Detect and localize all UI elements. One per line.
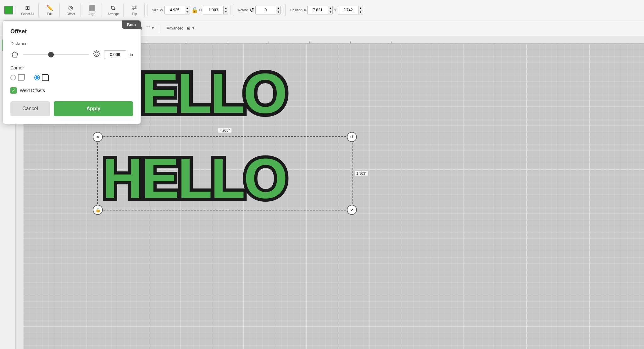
- position-y-up[interactable]: ▲: [358, 6, 363, 10]
- apply-button[interactable]: Apply: [54, 101, 133, 116]
- arrange-icon: ⧉: [111, 5, 115, 11]
- corner-label: Corner: [10, 65, 133, 70]
- height-dimension-label: 1.303": [355, 171, 368, 176]
- size-h-spinners: ▲ ▼: [223, 6, 228, 14]
- position-x-input-group: ▲ ▼: [307, 6, 333, 14]
- main-toolbar: ⊞ Select All ✏️ Edit ◎ Offset ⬛ Align ⧉ …: [0, 0, 644, 20]
- corner-round-radio[interactable]: [10, 75, 16, 80]
- width-dimension-label: 4.935": [218, 128, 231, 133]
- size-h-input[interactable]: [203, 6, 223, 14]
- align-label: Align: [88, 12, 95, 16]
- select-all-label: Select All: [21, 12, 34, 16]
- advanced-chevron: ▼: [192, 26, 195, 30]
- svg-line-9: [94, 51, 95, 52]
- arrange-button[interactable]: ⧉ Arrange: [105, 3, 121, 17]
- position-x-up[interactable]: ▲: [328, 6, 333, 10]
- size-group: Size W ▲ ▼ 🔒 H ▲ ▼: [150, 6, 231, 14]
- arrange-group: ⧉ Arrange: [103, 3, 124, 17]
- size-w-spinners: ▲ ▼: [185, 6, 190, 14]
- color-group: [3, 6, 15, 14]
- offset-panel: Beta Offset Distance: [3, 20, 141, 124]
- corner-square-radio[interactable]: [34, 75, 40, 80]
- distance-slider-thumb[interactable]: [48, 52, 54, 57]
- distance-value-input[interactable]: [104, 50, 126, 59]
- distance-max-icon: [93, 50, 100, 59]
- corner-round-option[interactable]: [10, 74, 25, 81]
- divider-1: [147, 4, 147, 16]
- flip-icon: ⇄: [132, 4, 137, 11]
- align-group: ⬛ Align: [82, 3, 102, 17]
- curve-button[interactable]: ⌒ ▼: [144, 24, 156, 32]
- distance-slider-track[interactable]: [23, 54, 89, 55]
- select-all-button[interactable]: ⊞ Select All: [19, 3, 36, 17]
- position-y-input[interactable]: [338, 6, 358, 14]
- rotate-input-group: ▲ ▼: [255, 6, 281, 14]
- size-w-input-group: ▲ ▼: [164, 6, 190, 14]
- rotate-up[interactable]: ▲: [276, 6, 281, 10]
- advanced-icon: ⊞: [187, 26, 190, 30]
- edit-button[interactable]: ✏️ Edit: [42, 3, 58, 17]
- divider-2: [233, 4, 233, 16]
- rotate-icon: ↺: [249, 7, 254, 14]
- distance-min-icon: [10, 50, 19, 59]
- position-x-label: X: [304, 8, 306, 12]
- size-w-input[interactable]: [164, 6, 185, 14]
- rotate-handle[interactable]: ↺: [347, 132, 357, 142]
- position-x-down[interactable]: ▼: [328, 10, 333, 14]
- offset-icon: ◎: [68, 4, 73, 11]
- close-handle[interactable]: ✕: [93, 132, 103, 142]
- corner-square-option[interactable]: [34, 74, 49, 81]
- rotate-down[interactable]: ▼: [276, 10, 281, 14]
- distance-label: Distance: [10, 41, 133, 46]
- position-label: Position: [290, 8, 303, 12]
- corner-square-radio-fill: [36, 76, 39, 79]
- corner-options-row: [10, 74, 133, 81]
- svg-line-12: [94, 56, 95, 57]
- edit-label: Edit: [47, 12, 53, 16]
- position-x-input[interactable]: [307, 6, 328, 14]
- size-h-up[interactable]: ▲: [223, 6, 228, 10]
- align-icon: ⬛: [88, 4, 95, 11]
- svg-marker-2: [12, 52, 18, 57]
- offset-button[interactable]: ◎ Offset: [63, 3, 79, 17]
- select-all-icon: ⊞: [25, 4, 30, 11]
- align-button[interactable]: ⬛ Align: [84, 3, 100, 17]
- edit-group: ✏️ Edit: [40, 3, 60, 17]
- distance-unit: in: [130, 52, 133, 57]
- corner-round-icon: [18, 74, 25, 81]
- size-h-down[interactable]: ▼: [223, 10, 228, 14]
- cancel-button[interactable]: Cancel: [10, 101, 50, 116]
- size-label: Size: [152, 8, 158, 12]
- position-x-spinners: ▲ ▼: [328, 6, 333, 14]
- rotate-spinners: ▲ ▼: [276, 6, 281, 14]
- flip-label: Flip: [132, 12, 137, 16]
- svg-text:HELLO: HELLO: [102, 147, 286, 207]
- flip-group: ⇄ Flip: [125, 3, 145, 17]
- resize-handle[interactable]: ↗: [347, 205, 357, 215]
- color-swatch[interactable]: [4, 6, 13, 14]
- rotate-input[interactable]: [255, 6, 276, 14]
- position-group: Position X ▲ ▼ Y ▲ ▼: [288, 6, 365, 14]
- svg-point-4: [95, 52, 98, 55]
- size-h-input-group: ▲ ▼: [203, 6, 228, 14]
- rotate-label: Rotate: [238, 8, 248, 12]
- size-w-down[interactable]: ▼: [185, 10, 190, 14]
- advanced-button[interactable]: ⊞ ▼: [185, 25, 197, 32]
- weld-offsets-checkbox[interactable]: ✓: [10, 87, 17, 94]
- advanced-label: Advanced: [167, 26, 183, 30]
- position-y-label: Y: [334, 8, 336, 12]
- offset-label: Offset: [67, 12, 75, 16]
- beta-badge: Beta: [122, 20, 141, 29]
- curve-chevron: ▼: [151, 26, 154, 30]
- weld-offsets-row: ✓ Weld Offsets: [10, 87, 133, 94]
- size-w-up[interactable]: ▲: [185, 6, 190, 10]
- lock-handle[interactable]: 🔒: [93, 205, 103, 215]
- panel-buttons: Cancel Apply: [10, 101, 133, 116]
- position-y-down[interactable]: ▼: [358, 10, 363, 14]
- hello-bottom-selection: HELLO ✕ ↺ 🔒 ↗ 4.935" 1.303": [97, 136, 353, 210]
- position-y-input-group: ▲ ▼: [338, 6, 363, 14]
- svg-line-10: [98, 56, 99, 57]
- flip-button[interactable]: ⇄ Flip: [127, 3, 142, 17]
- curve-icon: ⌒: [146, 25, 150, 31]
- distance-slider-row: in: [10, 50, 133, 59]
